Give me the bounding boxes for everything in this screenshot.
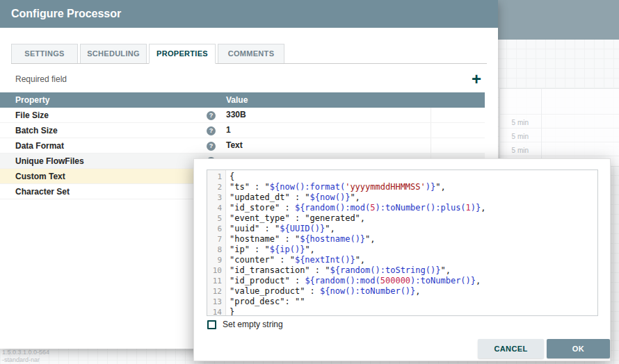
value-editor-popup: 1234567891011121314 {"ts" : "${now():for… [193,158,611,361]
column-header-value: Value [219,95,248,105]
tab-settings[interactable]: SETTINGS [11,44,78,63]
property-name: Custom Text [0,172,207,181]
required-field-label: Required field [15,74,67,84]
dialog-title: Configure Processor [11,8,121,19]
code-line: "counter" : "${nextInt()}", [230,255,597,265]
property-name: Character Set [0,187,207,197]
tab-properties[interactable]: PROPERTIES [149,44,216,64]
screen: 5 min5 min5 min5 min 1.5.0.3.1.0.0-564 -… [0,0,619,364]
property-value[interactable]: 330B [226,108,431,122]
ok-button[interactable]: OK [547,339,610,358]
line-number: 11 [207,276,222,286]
line-number: 3 [207,192,222,203]
help-icon: ? [207,142,216,151]
code-line: { [230,172,597,182]
required-field-row: Required field + [15,70,485,88]
table-row[interactable]: Batch Size?1 [0,123,485,138]
line-number: 4 [207,203,222,213]
code-line: "updated_dt" : "${now()}", [230,192,597,203]
set-empty-string-label: Set empty string [223,320,283,329]
column-header-property: Property [0,95,219,105]
code-line: "id_product" : ${random():mod(500000):to… [230,276,597,286]
dialog-header: Configure Processor [0,0,498,28]
property-value[interactable]: Text [226,138,431,153]
cancel-button[interactable]: CANCEL [478,339,544,358]
code-line: "event_type" : "generated", [230,213,597,224]
help-cell: ? [207,125,226,135]
tab-scheduling[interactable]: SCHEDULING [80,44,147,63]
table-row[interactable]: Data Format?Text [0,138,485,154]
property-name: Data Format [0,141,207,151]
code-line: "uuid" : "${UUID()}", [230,224,597,234]
code-line: "id_store" : ${random():mod(5):toNumber(… [230,203,597,213]
line-number: 12 [207,286,222,297]
line-number: 5 [207,213,222,224]
code-line: "id_transaction" : "${random():toString(… [230,265,597,276]
property-name: Unique FlowFiles [0,156,207,166]
code-line: "ip" : "${ip()}", [230,245,597,255]
code-line: "ts" : "${now():format('yyyymmddHHMMSS')… [230,182,597,192]
property-value[interactable]: 1 [226,123,431,138]
property-name: File Size [0,110,207,120]
line-number: 7 [207,234,222,245]
code-content: {"ts" : "${now():format('yyyymmddHHMMSS'… [226,170,597,315]
set-empty-string-checkbox[interactable] [207,320,216,329]
line-number: 6 [207,224,222,234]
line-number: 13 [207,297,222,307]
tabs: SETTINGSSCHEDULINGPROPERTIESCOMMENTS [11,44,487,64]
code-line: "prod_desc": "" [230,297,597,307]
property-name: Batch Size [0,126,207,135]
table-header: Property Value [0,92,485,108]
help-icon: ? [207,126,216,135]
plus-icon: + [472,69,481,88]
code-editor[interactable]: 1234567891011121314 {"ts" : "${now():for… [207,169,598,316]
help-cell: ? [207,110,226,120]
code-line: } [230,307,597,315]
add-property-button[interactable]: + [467,70,485,88]
help-icon: ? [207,111,216,120]
line-number: 14 [207,307,222,316]
code-line: "hostname" : "${hostname()}", [230,234,597,245]
line-number: 2 [207,182,222,192]
line-number: 1 [207,172,222,182]
line-number: 10 [207,265,222,276]
help-cell: ? [207,140,226,151]
set-empty-string-row: Set empty string [207,320,283,329]
line-number: 8 [207,245,222,255]
tab-comments[interactable]: COMMENTS [218,44,284,63]
code-line: "value_product" : ${now():toNumber()}, [230,286,597,297]
table-row[interactable]: File Size?330B [0,108,485,123]
line-numbers: 1234567891011121314 [207,170,226,315]
line-number: 9 [207,255,222,265]
